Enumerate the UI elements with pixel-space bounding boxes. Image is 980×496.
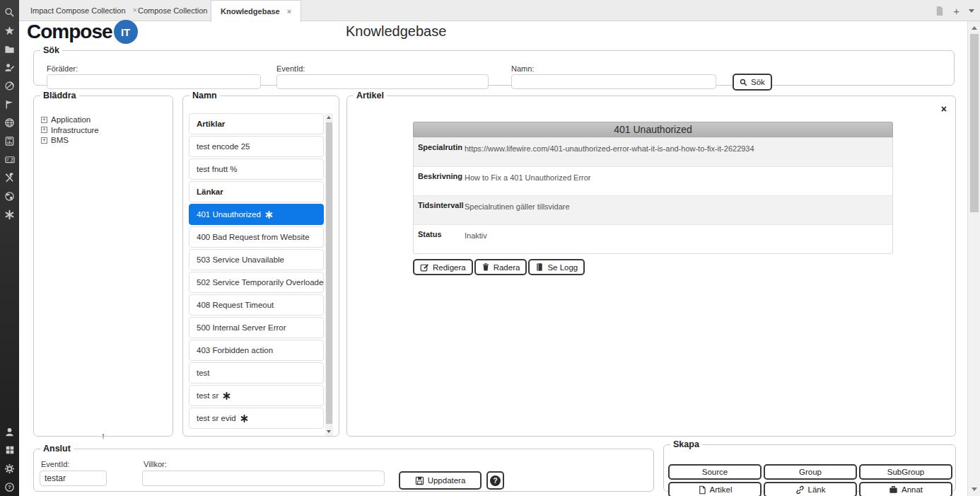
eventid-label: EventId: [276,64,305,73]
close-icon[interactable]: × [941,103,947,115]
globe-icon[interactable] [0,113,19,132]
help-icon[interactable]: ? [0,478,19,496]
create-subgroup-button[interactable]: SubGroup [859,464,952,480]
list-item[interactable]: test [189,362,324,383]
create-source-button[interactable]: Source [668,464,762,480]
list-item[interactable]: test fnutt % [189,158,324,180]
apps-grid-icon[interactable] [0,441,19,459]
earth-icon[interactable] [0,187,19,205]
list-item[interactable]: 502 Service Temporarily Overloaded [189,272,324,293]
gear-icon[interactable] [0,459,19,478]
user-edit-icon[interactable] [0,58,19,76]
help-button[interactable]: ? [486,471,504,490]
anslut-eventid-input[interactable] [40,471,107,486]
view-log-button-label: Se Logg [547,263,578,272]
browse-tree: + Application + Infrastructure + BMS [41,115,99,146]
expand-icon[interactable]: + [41,117,47,123]
folder-icon[interactable] [0,40,19,58]
tools-icon[interactable] [0,168,19,187]
tree-item-label: Application [51,115,91,124]
list-item[interactable]: 408 Request Timeout [189,294,324,316]
article-actions: Redigera Radera Se Logg [413,259,585,275]
user-icon[interactable] [0,422,19,441]
tree-item-infrastructure[interactable]: + Infrastructure [41,125,99,135]
list-item[interactable]: test encode 25 [189,136,324,157]
compass-icon[interactable] [0,76,19,95]
document-icon [698,485,706,495]
search-icon[interactable] [0,3,19,21]
villkor-label: Villkor: [144,460,167,468]
name-list: Artiklar test encode 25 test fnutt % Län… [189,113,324,436]
list-scrollbar-thumb[interactable] [326,122,332,424]
list-item-selected[interactable]: 401 Unauthorized [189,204,324,225]
page-scrollbar[interactable] [967,21,980,496]
create-subgroup-label: SubGroup [887,468,924,476]
page-scrollbar-thumb[interactable] [970,34,979,212]
view-log-button[interactable]: Se Logg [528,259,585,275]
snowflake-icon[interactable] [0,205,19,224]
create-article-button[interactable]: Artikel [668,482,762,496]
table-row: Tidsintervall Specialrutinen gäller till… [414,195,892,224]
expand-icon[interactable]: + [41,127,47,133]
namn-input[interactable] [511,74,716,89]
list-scrollbar[interactable] [325,113,333,436]
name-list-legend: Namn [189,91,220,100]
scroll-top-arrow[interactable]: ↑ [34,430,173,441]
foralder-label: Förälder: [47,64,78,73]
star-icon[interactable] [0,21,19,40]
update-button[interactable]: Uppdatera [399,471,482,490]
list-item-label: 503 Service Unavailable [197,255,284,264]
tab-knowledgebase[interactable]: Knowledgebase × [211,0,301,22]
list-group-lankar[interactable]: Länkar [189,181,324,202]
list-item[interactable]: test sr [189,385,324,406]
search-button-label: Sök [751,78,765,86]
tree-item-bms[interactable]: + BMS [41,135,99,145]
foralder-input[interactable] [47,74,261,89]
compose-it-logo: Compose IT [27,20,138,44]
row-label: Status [414,225,459,253]
edit-button-label: Redigera [433,263,466,272]
scrollbar-down-icon[interactable] [972,488,977,491]
asterisk-icon [223,392,231,400]
eventid-input[interactable] [276,74,489,89]
create-other-button[interactable]: Annat [859,482,952,496]
list-item[interactable]: 503 Service Unavailable [189,249,324,270]
villkor-input[interactable] [142,471,385,486]
search-panel: Sök Förälder: EventId: Namn: Sök [33,45,955,86]
tabbar-actions: + [935,0,974,21]
list-item[interactable]: test sr evid [189,408,324,429]
help-question-icon: ? [490,475,501,486]
tab-close-icon[interactable]: × [287,8,291,16]
delete-button[interactable]: Radera [474,259,527,275]
tree-item-application[interactable]: + Application [41,115,99,125]
list-item-label: test sr [197,391,218,400]
create-buttons: Source Group SubGroup Artikel Länk Annat [668,464,952,496]
flag-icon[interactable] [0,95,19,113]
list-item[interactable]: 403 Forbidden action [189,340,324,361]
create-link-button[interactable]: Länk [764,482,857,496]
tab-impact-compose-collection[interactable]: Impact Compose Collection × [21,0,146,21]
calculator-icon[interactable] [0,132,19,150]
search-button[interactable]: Sök [733,74,772,91]
list-group-artiklar[interactable]: Artiklar [189,113,324,134]
edit-button[interactable]: Redigera [413,259,473,275]
scrollbar-down-icon[interactable] [327,430,331,433]
list-item[interactable]: 400 Bad Request from Website [189,226,324,248]
console-icon[interactable] [0,150,19,168]
create-group-button[interactable]: Group [764,464,857,480]
list-item[interactable]: 500 Internal Server Error [189,317,324,338]
new-tab-icon[interactable]: + [953,6,959,16]
scrollbar-up-icon[interactable] [327,116,331,119]
list-item-label: 403 Forbidden action [197,346,273,354]
asterisk-icon [265,211,273,219]
expand-icon[interactable]: + [41,137,47,144]
list-item-label: Länkar [197,188,223,196]
anslut-eventid-label: EventId: [41,460,69,468]
tab-menu-caret-icon[interactable] [969,9,974,13]
article-table: 401 Unauthorized Specialrutin https://ww… [413,122,893,254]
scrollbar-up-icon[interactable] [972,26,977,30]
row-value: Specialrutinen gäller tillsvidare [459,196,892,224]
logo-it-badge: IT [114,20,138,44]
page-icon[interactable] [935,6,944,16]
article-title: 401 Unauthorized [413,122,893,137]
